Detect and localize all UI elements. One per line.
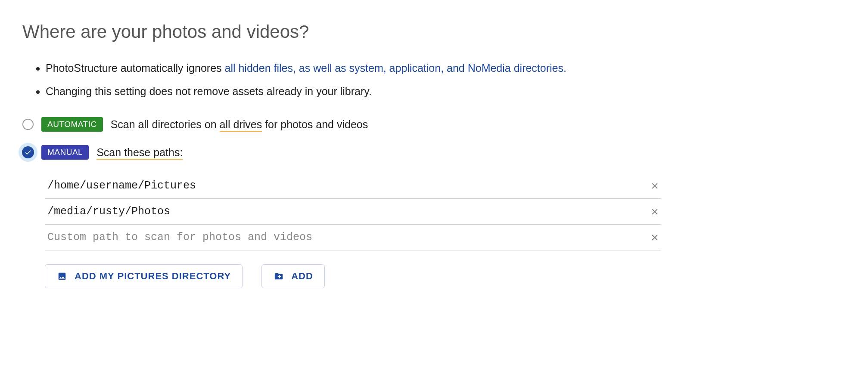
add-folder-icon bbox=[273, 272, 284, 281]
scan-paths-underlined: Scan these paths: bbox=[96, 146, 183, 160]
path-row bbox=[45, 173, 661, 199]
add-pictures-directory-button[interactable]: ADD MY PICTURES DIRECTORY bbox=[45, 264, 243, 288]
option-automatic-text-after: for photos and videos bbox=[262, 118, 368, 130]
remove-path-button[interactable] bbox=[649, 180, 661, 192]
radio-manual-halo bbox=[19, 143, 37, 162]
option-automatic[interactable]: AUTOMATIC Scan all directories on all dr… bbox=[22, 117, 846, 132]
option-automatic-text: Scan all directories on all drives for p… bbox=[111, 118, 368, 131]
ignored-dirs-link[interactable]: all hidden files, as well as system, app… bbox=[225, 62, 566, 74]
info-item-text: PhotoStructure automatically ignores bbox=[46, 62, 225, 74]
all-drives-underlined: all drives bbox=[220, 118, 262, 132]
add-pictures-directory-label: ADD MY PICTURES DIRECTORY bbox=[75, 271, 231, 282]
radio-automatic[interactable] bbox=[22, 119, 34, 130]
option-automatic-text-before: Scan all directories on bbox=[111, 118, 220, 130]
buttons-row: ADD MY PICTURES DIRECTORY ADD bbox=[45, 264, 846, 288]
option-manual[interactable]: MANUAL Scan these paths: bbox=[22, 143, 846, 162]
option-manual-text: Scan these paths: bbox=[96, 146, 183, 159]
remove-path-button[interactable] bbox=[649, 232, 661, 244]
picture-folder-icon bbox=[56, 272, 68, 281]
path-row-new bbox=[45, 225, 661, 250]
remove-path-button[interactable] bbox=[649, 206, 661, 218]
paths-block bbox=[45, 173, 661, 250]
page-title: Where are your photos and videos? bbox=[22, 22, 846, 42]
path-input-new[interactable] bbox=[45, 227, 644, 248]
radio-manual[interactable] bbox=[22, 146, 34, 158]
add-button[interactable]: ADD bbox=[261, 264, 325, 288]
path-input[interactable] bbox=[45, 175, 644, 196]
badge-manual: MANUAL bbox=[41, 145, 89, 160]
add-button-label: ADD bbox=[291, 271, 313, 282]
close-icon bbox=[650, 233, 660, 242]
badge-automatic: AUTOMATIC bbox=[41, 117, 103, 132]
info-list: PhotoStructure automatically ignores all… bbox=[46, 59, 846, 100]
check-icon bbox=[24, 148, 32, 156]
path-input[interactable] bbox=[45, 201, 644, 222]
close-icon bbox=[650, 207, 660, 216]
info-item-no-remove: Changing this setting does not remove as… bbox=[46, 83, 846, 100]
info-item-ignores: PhotoStructure automatically ignores all… bbox=[46, 59, 846, 77]
close-icon bbox=[650, 181, 660, 191]
path-row bbox=[45, 199, 661, 225]
